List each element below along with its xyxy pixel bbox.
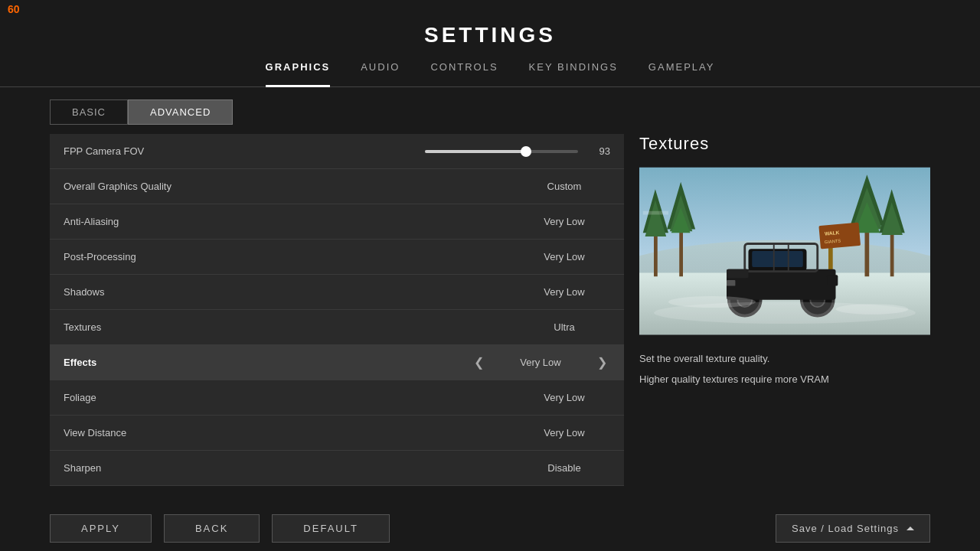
slider-value-fov: 93 — [587, 145, 610, 157]
row-anti-aliasing: Anti-Aliasing Very Low — [50, 204, 624, 240]
panel-title: Textures — [639, 134, 930, 154]
row-effects: Effects ❮ Very Low ❯ — [50, 345, 624, 380]
svg-rect-33 — [727, 280, 735, 286]
row-shadows: Shadows Very Low — [50, 275, 624, 310]
right-panel: Textures — [639, 134, 930, 486]
value-anti-aliasing: Very Low — [518, 216, 610, 227]
default-button[interactable]: DEFAULT — [272, 514, 390, 543]
label-shadows: Shadows — [64, 286, 518, 298]
label-fpp-camera-fov: FPP Camera FOV — [64, 145, 337, 157]
settings-title: SETTINGS — [0, 0, 980, 47]
label-post-processing: Post-Processing — [64, 251, 518, 262]
svg-rect-34 — [827, 275, 838, 285]
value-overall-graphics: Custom — [518, 181, 610, 192]
svg-point-36 — [668, 296, 756, 308]
save-load-button[interactable]: Save / Load Settings — [776, 514, 930, 543]
apply-button[interactable]: APPLY — [50, 514, 152, 543]
value-view-distance: Very Low — [518, 427, 610, 439]
sub-tab-basic[interactable]: BASIC — [50, 99, 128, 125]
scene-svg: WALK GIANTS — [639, 163, 930, 339]
fps-counter: 60 — [8, 3, 20, 15]
svg-point-37 — [836, 304, 909, 314]
label-overall-graphics: Overall Graphics Quality — [64, 181, 518, 192]
panel-desc: Set the overall texture quality. Higher … — [639, 351, 930, 388]
value-effects: Very Low — [495, 357, 586, 368]
effects-arrow-right[interactable]: ❯ — [594, 355, 610, 370]
tab-gameplay[interactable]: GAMEPLAY — [648, 61, 715, 79]
tab-audio[interactable]: AUDIO — [361, 61, 400, 79]
bottom-bar: APPLY BACK DEFAULT Save / Load Settings — [0, 505, 980, 551]
tab-keybindings[interactable]: KEY BINDINGS — [529, 61, 618, 79]
label-effects: Effects — [64, 357, 471, 368]
label-view-distance: View Distance — [64, 427, 518, 439]
nav-tabs: GRAPHICS AUDIO CONTROLS KEY BINDINGS GAM… — [0, 61, 980, 87]
label-textures: Textures — [64, 321, 518, 333]
panel-desc-line2: Higher quality textures require more VRA… — [639, 372, 930, 388]
panel-desc-line1: Set the overall texture quality. — [639, 351, 930, 367]
sub-tabs: BASIC ADVANCED — [50, 99, 930, 125]
row-fpp-camera-fov: FPP Camera FOV 93 — [50, 134, 624, 169]
texture-preview: WALK GIANTS — [639, 163, 930, 339]
value-foliage: Very Low — [518, 392, 610, 403]
row-foliage: Foliage Very Low — [50, 380, 624, 416]
slider-thumb-fov[interactable] — [521, 146, 531, 157]
row-textures: Textures Ultra — [50, 310, 624, 345]
tab-controls[interactable]: CONTROLS — [430, 61, 498, 79]
row-post-processing: Post-Processing Very Low — [50, 240, 624, 275]
label-foliage: Foliage — [64, 392, 518, 403]
svg-rect-32 — [727, 269, 749, 278]
value-post-processing: Very Low — [518, 251, 610, 262]
effects-arrow-left[interactable]: ❮ — [471, 355, 487, 370]
value-shadows: Very Low — [518, 286, 610, 298]
svg-rect-28 — [752, 251, 803, 267]
content-area: FPP Camera FOV 93 Overall Graphics Quali… — [50, 134, 930, 486]
value-textures: Ultra — [518, 321, 610, 333]
slider-track-fov[interactable] — [425, 150, 578, 153]
settings-list[interactable]: FPP Camera FOV 93 Overall Graphics Quali… — [50, 134, 624, 486]
tab-graphics[interactable]: GRAPHICS — [266, 61, 331, 79]
chevron-up-icon — [906, 527, 914, 530]
row-overall-graphics: Overall Graphics Quality Custom — [50, 169, 624, 204]
row-view-distance: View Distance Very Low — [50, 416, 624, 451]
save-load-label: Save / Load Settings — [792, 523, 899, 534]
effects-controls[interactable]: ❮ Very Low ❯ — [471, 355, 610, 370]
value-sharpen: Disable — [518, 462, 610, 474]
svg-rect-6 — [643, 211, 668, 215]
label-sharpen: Sharpen — [64, 462, 518, 474]
slider-fill-fov — [425, 150, 526, 153]
label-anti-aliasing: Anti-Aliasing — [64, 216, 518, 227]
slider-container-fov[interactable]: 93 — [337, 145, 610, 157]
back-button[interactable]: BACK — [164, 514, 260, 543]
sub-tab-advanced[interactable]: ADVANCED — [128, 99, 233, 125]
row-sharpen: Sharpen Disable — [50, 451, 624, 486]
